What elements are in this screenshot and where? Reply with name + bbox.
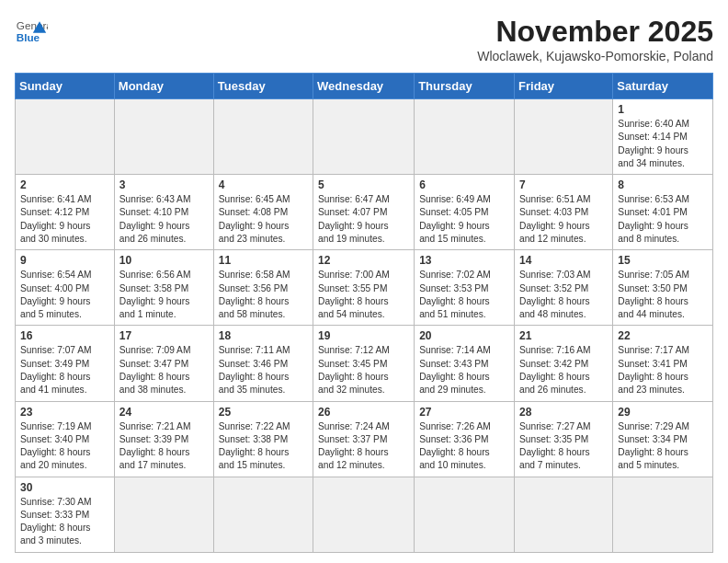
day-info: Sunrise: 7:02 AM Sunset: 3:53 PM Dayligh… xyxy=(419,269,509,321)
day-cell: 17Sunrise: 7:09 AM Sunset: 3:47 PM Dayli… xyxy=(114,326,213,401)
week-row-1: 1Sunrise: 6:40 AM Sunset: 4:14 PM Daylig… xyxy=(16,99,713,175)
week-row-5: 23Sunrise: 7:19 AM Sunset: 3:40 PM Dayli… xyxy=(16,401,713,477)
day-number: 18 xyxy=(219,329,308,342)
weekday-header-thursday: Thursday xyxy=(415,74,515,99)
day-cell xyxy=(515,99,613,175)
week-row-3: 9Sunrise: 6:54 AM Sunset: 4:00 PM Daylig… xyxy=(16,250,713,326)
day-cell: 13Sunrise: 7:02 AM Sunset: 3:53 PM Dayli… xyxy=(415,250,515,326)
day-cell: 7Sunrise: 6:51 AM Sunset: 4:03 PM Daylig… xyxy=(515,175,613,250)
day-cell xyxy=(313,477,415,552)
day-cell: 1Sunrise: 6:40 AM Sunset: 4:14 PM Daylig… xyxy=(613,99,713,175)
weekday-header-saturday: Saturday xyxy=(613,74,713,99)
day-cell xyxy=(114,477,213,552)
day-number: 28 xyxy=(519,406,608,419)
day-cell: 28Sunrise: 7:27 AM Sunset: 3:35 PM Dayli… xyxy=(515,401,613,477)
day-info: Sunrise: 6:53 AM Sunset: 4:01 PM Dayligh… xyxy=(618,193,708,246)
day-cell: 25Sunrise: 7:22 AM Sunset: 3:38 PM Dayli… xyxy=(213,401,313,477)
day-cell: 11Sunrise: 6:58 AM Sunset: 3:56 PM Dayli… xyxy=(213,250,313,326)
day-info: Sunrise: 6:51 AM Sunset: 4:03 PM Dayligh… xyxy=(519,193,608,246)
day-cell: 24Sunrise: 7:21 AM Sunset: 3:39 PM Dayli… xyxy=(114,401,213,477)
month-title: November 2025 xyxy=(477,15,713,49)
day-info: Sunrise: 6:45 AM Sunset: 4:08 PM Dayligh… xyxy=(219,193,308,246)
weekday-header-wednesday: Wednesday xyxy=(313,74,415,99)
day-cell: 29Sunrise: 7:29 AM Sunset: 3:34 PM Dayli… xyxy=(613,401,713,477)
page-header: General Blue November 2025 Wloclawek, Ku… xyxy=(15,15,713,63)
day-number: 3 xyxy=(119,178,209,191)
day-info: Sunrise: 6:41 AM Sunset: 4:12 PM Dayligh… xyxy=(20,193,109,246)
day-info: Sunrise: 7:21 AM Sunset: 3:39 PM Dayligh… xyxy=(119,420,209,473)
day-cell xyxy=(213,99,313,175)
day-cell: 10Sunrise: 6:56 AM Sunset: 3:58 PM Dayli… xyxy=(114,250,213,326)
day-number: 5 xyxy=(318,178,409,191)
logo: General Blue xyxy=(15,15,48,48)
day-number: 14 xyxy=(519,254,608,267)
day-cell xyxy=(16,99,115,175)
day-cell: 14Sunrise: 7:03 AM Sunset: 3:52 PM Dayli… xyxy=(515,250,613,326)
day-number: 7 xyxy=(519,178,608,191)
day-info: Sunrise: 6:43 AM Sunset: 4:10 PM Dayligh… xyxy=(119,193,209,246)
day-cell: 4Sunrise: 6:45 AM Sunset: 4:08 PM Daylig… xyxy=(213,175,313,250)
week-row-6: 30Sunrise: 7:30 AM Sunset: 3:33 PM Dayli… xyxy=(16,477,713,552)
day-info: Sunrise: 7:07 AM Sunset: 3:49 PM Dayligh… xyxy=(20,344,109,396)
day-number: 12 xyxy=(318,254,409,267)
day-cell xyxy=(114,99,213,175)
day-info: Sunrise: 7:14 AM Sunset: 3:43 PM Dayligh… xyxy=(419,344,509,396)
day-cell: 12Sunrise: 7:00 AM Sunset: 3:55 PM Dayli… xyxy=(313,250,415,326)
day-cell xyxy=(313,99,415,175)
day-info: Sunrise: 7:09 AM Sunset: 3:47 PM Dayligh… xyxy=(119,344,209,396)
day-info: Sunrise: 7:22 AM Sunset: 3:38 PM Dayligh… xyxy=(219,420,308,473)
day-number: 2 xyxy=(20,178,109,191)
day-info: Sunrise: 7:16 AM Sunset: 3:42 PM Dayligh… xyxy=(519,344,608,396)
day-info: Sunrise: 6:40 AM Sunset: 4:14 PM Dayligh… xyxy=(618,118,708,170)
day-number: 10 xyxy=(119,254,209,267)
day-cell: 3Sunrise: 6:43 AM Sunset: 4:10 PM Daylig… xyxy=(114,175,213,250)
day-cell: 22Sunrise: 7:17 AM Sunset: 3:41 PM Dayli… xyxy=(613,326,713,401)
day-number: 27 xyxy=(419,406,509,419)
day-info: Sunrise: 7:03 AM Sunset: 3:52 PM Dayligh… xyxy=(519,269,608,321)
day-number: 16 xyxy=(20,329,109,342)
day-number: 25 xyxy=(219,406,308,419)
day-cell xyxy=(515,477,613,552)
day-number: 1 xyxy=(618,103,708,116)
day-info: Sunrise: 7:26 AM Sunset: 3:36 PM Dayligh… xyxy=(419,420,509,473)
day-cell: 20Sunrise: 7:14 AM Sunset: 3:43 PM Dayli… xyxy=(415,326,515,401)
day-number: 13 xyxy=(419,254,509,267)
day-cell: 23Sunrise: 7:19 AM Sunset: 3:40 PM Dayli… xyxy=(16,401,115,477)
day-number: 6 xyxy=(419,178,509,191)
day-cell: 16Sunrise: 7:07 AM Sunset: 3:49 PM Dayli… xyxy=(16,326,115,401)
day-cell: 9Sunrise: 6:54 AM Sunset: 4:00 PM Daylig… xyxy=(16,250,115,326)
day-number: 15 xyxy=(618,254,708,267)
day-info: Sunrise: 7:00 AM Sunset: 3:55 PM Dayligh… xyxy=(318,269,409,321)
day-cell: 26Sunrise: 7:24 AM Sunset: 3:37 PM Dayli… xyxy=(313,401,415,477)
day-cell: 21Sunrise: 7:16 AM Sunset: 3:42 PM Dayli… xyxy=(515,326,613,401)
day-number: 29 xyxy=(618,406,708,419)
day-cell: 5Sunrise: 6:47 AM Sunset: 4:07 PM Daylig… xyxy=(313,175,415,250)
logo-icon: General Blue xyxy=(15,15,48,48)
day-number: 20 xyxy=(419,329,509,342)
title-block: November 2025 Wloclawek, Kujawsko-Pomors… xyxy=(477,15,713,63)
weekday-header-friday: Friday xyxy=(515,74,613,99)
weekday-header-sunday: Sunday xyxy=(16,74,115,99)
day-number: 4 xyxy=(219,178,308,191)
day-info: Sunrise: 6:47 AM Sunset: 4:07 PM Dayligh… xyxy=(318,193,409,246)
day-cell: 27Sunrise: 7:26 AM Sunset: 3:36 PM Dayli… xyxy=(415,401,515,477)
day-cell: 6Sunrise: 6:49 AM Sunset: 4:05 PM Daylig… xyxy=(415,175,515,250)
day-cell: 2Sunrise: 6:41 AM Sunset: 4:12 PM Daylig… xyxy=(16,175,115,250)
day-cell xyxy=(415,99,515,175)
weekday-header-tuesday: Tuesday xyxy=(213,74,313,99)
day-number: 23 xyxy=(20,406,109,419)
calendar-table: SundayMondayTuesdayWednesdayThursdayFrid… xyxy=(15,73,713,553)
day-info: Sunrise: 7:27 AM Sunset: 3:35 PM Dayligh… xyxy=(519,420,608,473)
day-number: 8 xyxy=(618,178,708,191)
day-number: 24 xyxy=(119,406,209,419)
day-cell xyxy=(213,477,313,552)
day-number: 21 xyxy=(519,329,608,342)
day-number: 22 xyxy=(618,329,708,342)
day-info: Sunrise: 7:29 AM Sunset: 3:34 PM Dayligh… xyxy=(618,420,708,473)
day-number: 19 xyxy=(318,329,409,342)
day-cell: 15Sunrise: 7:05 AM Sunset: 3:50 PM Dayli… xyxy=(613,250,713,326)
day-cell: 18Sunrise: 7:11 AM Sunset: 3:46 PM Dayli… xyxy=(213,326,313,401)
week-row-2: 2Sunrise: 6:41 AM Sunset: 4:12 PM Daylig… xyxy=(16,175,713,250)
day-cell xyxy=(415,477,515,552)
day-number: 17 xyxy=(119,329,209,342)
